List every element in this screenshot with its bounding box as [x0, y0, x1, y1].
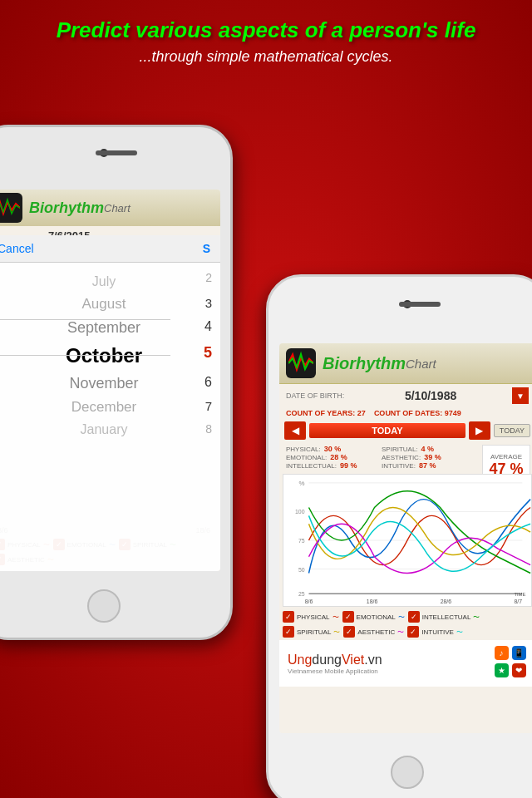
svg-text:TIME: TIME: [514, 592, 525, 597]
legend2-label-intuitive: INTUITIVE: [421, 628, 454, 636]
picker-cancel-btn[interactable]: Cancel: [0, 242, 34, 255]
today-btn[interactable]: TODAY: [494, 424, 530, 437]
svg-text:50: 50: [298, 567, 305, 573]
stat-emotional: EMOTIONAL: 28 %: [286, 453, 382, 461]
phone2-dob-arrow[interactable]: ▼: [512, 387, 529, 404]
phone2-screen: Biorhythm Chart DATE OF BIRTH: 5/10/1988…: [279, 343, 532, 733]
phone2-legend: ✓ PHYSICAL 〜 ✓ EMOTIONAL 〜 ✓ INTELLECTUA…: [279, 608, 532, 640]
footer-logo-ung: Ung: [288, 653, 312, 667]
phone2-nav-row: ◀ TODAY ▶ TODAY: [279, 419, 532, 442]
stat-spiritual: SPIRITUAL: 4 %: [382, 445, 477, 453]
svg-text:8/7: 8/7: [515, 598, 523, 604]
svg-text:📱: 📱: [514, 648, 525, 658]
phone-1: Biorhythm Chart DATE OF BIRTH: 7/6/2015 …: [0, 125, 233, 640]
header-section: Predict various aspects of a person's li…: [0, 17, 532, 66]
footer-logo-text: UngdungViet.vn: [288, 653, 382, 667]
svg-text:18/6: 18/6: [367, 598, 378, 604]
header-title-line1: Predict various aspects of a person's li…: [0, 17, 532, 45]
phone2-speaker: [399, 302, 441, 307]
legend2-label-physical: PHYSICAL: [297, 613, 330, 621]
phone2-dob-row: DATE OF BIRTH: 5/10/1988 ▼: [279, 384, 532, 407]
stat-physical: PHYSICAL: 30 %: [286, 445, 382, 453]
picker-item-december[interactable]: December 7: [0, 396, 220, 419]
svg-text:❤: ❤: [515, 666, 522, 675]
phone1-picker-overlay: Cancel S July 2 August 3 September 4 Oct…: [0, 235, 220, 571]
phone2-app-title-green: Biorhythm: [323, 354, 406, 373]
phone-2: Biorhythm Chart DATE OF BIRTH: 5/10/1988…: [266, 274, 532, 798]
picker-item-july[interactable]: July 2: [0, 271, 220, 293]
legend2-check-aesthetic: ✓: [343, 626, 355, 638]
footer-logo-dot: .vn: [364, 653, 382, 667]
svg-text:%: %: [299, 480, 305, 487]
legend2-intellectual[interactable]: ✓ INTELLECTUAL 〜: [408, 611, 480, 623]
svg-text:8/6: 8/6: [305, 598, 313, 604]
picker-item-january[interactable]: January 8: [0, 419, 220, 441]
count-years-value: 27: [357, 409, 366, 417]
header-title-line2: ...through simple mathematical cycles.: [0, 48, 532, 66]
picker-item-november[interactable]: November 6: [0, 372, 220, 396]
avg-label: AVERAGE: [490, 453, 522, 461]
legend2-spiritual[interactable]: ✓ SPIRITUAL 〜: [283, 626, 340, 638]
phone2-dob-label: DATE OF BIRTH:: [286, 392, 344, 400]
phone2-count-row: COUNT OF YEARS: 27 COUNT OF DATES: 9749: [279, 407, 532, 419]
legend2-aesthetic[interactable]: ✓ AESTHETIC 〜: [343, 626, 404, 638]
nav-next-btn[interactable]: ▶: [469, 421, 490, 440]
legend2-physical[interactable]: ✓ PHYSICAL 〜: [283, 611, 339, 623]
phone1-home-button[interactable]: [87, 589, 121, 623]
legend2-check-intuitive: ✓: [407, 626, 419, 638]
picker-header: Cancel S: [0, 235, 220, 263]
legend2-emotional[interactable]: ✓ EMOTIONAL 〜: [342, 611, 405, 623]
phone1-speaker: [96, 150, 137, 155]
picker-item-august[interactable]: August 3: [0, 293, 220, 316]
stat-intuitive: INTUITIVE: 87 %: [382, 461, 477, 470]
phone1-app-title-green: Biorhythm: [29, 200, 104, 217]
svg-text:♪: ♪: [500, 648, 504, 658]
stat-intellectual: INTELLECTUAL: 99 %: [286, 461, 382, 470]
phone1-app-header: Biorhythm Chart: [0, 190, 220, 226]
legend2-check-emotional: ✓: [342, 611, 354, 623]
picker-items: July 2 August 3 September 4 October 5 No…: [0, 263, 220, 441]
footer-app-icons: ♪ 📱 ★ ❤: [494, 645, 527, 682]
nav-prev-btn[interactable]: ◀: [284, 421, 306, 440]
legend2-label-intellectual: INTELLECTUAL: [422, 613, 471, 621]
svg-text:★: ★: [498, 666, 505, 675]
phone2-app-logo: [286, 348, 316, 378]
phone2-home-button[interactable]: [391, 756, 424, 789]
picker-done-btn[interactable]: S: [203, 242, 210, 255]
count-dates: COUNT OF DATES: 9749: [374, 409, 461, 417]
count-years: COUNT OF YEARS: 27: [286, 409, 366, 417]
legend2-label-emotional: EMOTIONAL: [357, 613, 396, 621]
legend2-label-spiritual: SPIRITUAL: [297, 628, 331, 636]
svg-text:100: 100: [295, 509, 305, 515]
legend2-label-aesthetic: AESTHETIC: [357, 628, 395, 636]
legend2-intuitive[interactable]: ✓ INTUITIVE 〜: [407, 626, 463, 638]
legend2-check-intellectual: ✓: [408, 611, 420, 623]
legend2-check-physical: ✓: [283, 611, 294, 623]
count-dates-label: COUNT OF DATES:: [374, 409, 442, 417]
footer-logo-area: UngdungViet.vn Vietnamese Mobile Applica…: [288, 653, 382, 675]
picker-selection-bar: [0, 319, 170, 356]
footer-logo-dung: dung: [312, 653, 342, 667]
phone2-app-header: Biorhythm Chart: [279, 343, 532, 384]
phone2-dob-value: 5/10/1988: [349, 389, 512, 402]
phone1-app-logo: [0, 193, 22, 223]
footer-logo-viet: Viet: [342, 653, 364, 667]
phone1-screen: Biorhythm Chart DATE OF BIRTH: 7/6/2015 …: [0, 190, 220, 571]
svg-text:75: 75: [298, 538, 305, 544]
svg-text:25: 25: [298, 591, 305, 597]
nav-today-label: TODAY: [309, 423, 466, 438]
phone2-footer: UngdungViet.vn Vietnamese Mobile Applica…: [279, 640, 532, 687]
count-years-label: COUNT OF YEARS:: [286, 409, 355, 417]
stat-aesthetic: AESTHETIC: 39 %: [382, 453, 477, 461]
phone1-app-title-gray: Chart: [104, 202, 131, 214]
phone2-chart: % 100 75 50 25 8/: [283, 474, 532, 607]
phone2-stats-area: PHYSICAL: 30 % SPIRITUAL: 4 % EMOTIONAL:…: [279, 442, 532, 472]
phone2-app-title-gray: Chart: [406, 357, 436, 371]
count-dates-value: 9749: [445, 409, 461, 417]
footer-subtitle: Vietnamese Mobile Application: [288, 667, 382, 675]
legend2-check-spiritual: ✓: [283, 626, 294, 638]
svg-text:28/6: 28/6: [441, 598, 452, 604]
